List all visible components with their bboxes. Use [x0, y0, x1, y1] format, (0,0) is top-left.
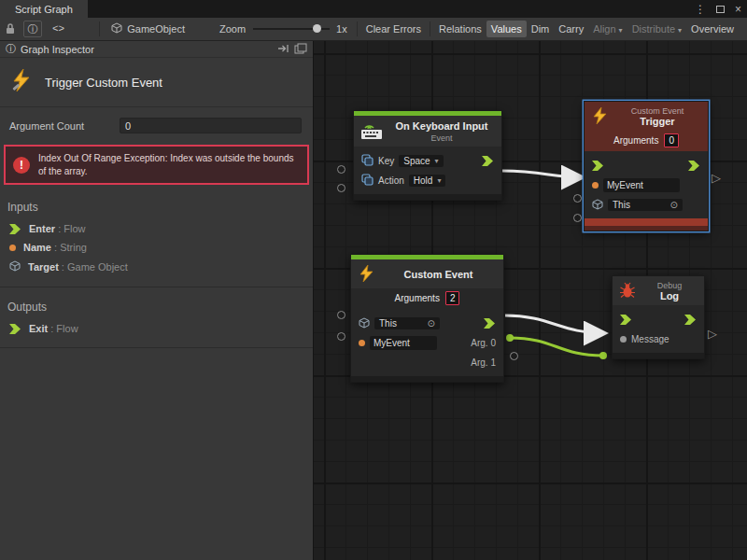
arguments-label: Arguments [395, 293, 440, 303]
pin-enter: Enter : Flow [0, 219, 313, 238]
info-icon: ⓘ [28, 22, 38, 36]
flow-continuation-icon: ▷ [712, 172, 721, 184]
toolbar-separator [357, 21, 358, 36]
unit-title-block: Trigger Custom Event [0, 58, 313, 107]
error-icon: ! [13, 157, 30, 174]
zoom-slider-knob[interactable] [313, 24, 321, 33]
graph-toolbar: ⓘ <> GameObject Zoom 1x Clear Errors Rel… [0, 18, 747, 41]
node-body: This⊙ Arg. 0 Arg. 1 [351, 309, 503, 376]
key-input-port[interactable] [337, 165, 345, 174]
event-target-input-port[interactable] [337, 311, 345, 319]
flow-input-port[interactable] [620, 315, 632, 325]
chevron-down-icon: ▾ [678, 26, 682, 35]
connection-arg0-to-message[interactable] [510, 338, 603, 356]
flow-row [585, 156, 708, 175]
connection-keyboard-to-trigger[interactable] [502, 171, 581, 177]
flow-output-port[interactable] [684, 315, 697, 325]
object-picker-icon[interactable]: ⊙ [670, 200, 678, 210]
node-header-error: Custom Event Trigger [585, 102, 708, 131]
message-label: Message [631, 334, 669, 344]
arguments-count-badge[interactable]: 0 [664, 133, 679, 147]
relations-toggle[interactable]: Relations [434, 21, 486, 37]
node-footer [585, 226, 708, 231]
arguments-count-row: Arguments 0 [585, 131, 708, 151]
chevron-down-icon: ▾ [435, 157, 439, 165]
node-footer [613, 353, 704, 358]
node-trigger-custom-event[interactable]: Custom Event Trigger Arguments 0 [584, 101, 709, 231]
dim-toggle[interactable]: Dim [527, 21, 555, 37]
zoom-value: 1x [336, 23, 347, 35]
flow-output-port[interactable] [482, 156, 494, 166]
close-icon[interactable]: × [735, 3, 741, 16]
node-footer [351, 376, 503, 382]
target-object-field[interactable]: This⊙ [374, 317, 440, 329]
chevron-down-icon: ▾ [619, 26, 623, 35]
pin-name: Name : String [0, 238, 313, 257]
keyboard-event-icon [360, 122, 383, 142]
object-picker-icon[interactable]: ⊙ [428, 318, 435, 329]
maximize-icon[interactable] [716, 6, 725, 13]
event-name-input-port[interactable] [337, 332, 345, 341]
gameobject-target-button[interactable]: GameObject [122, 21, 190, 37]
node-header: On Keyboard Input Event [354, 116, 501, 147]
arg1-row: Arg. 1 [351, 353, 503, 372]
node-custom-event[interactable]: Custom Event Arguments 2 This⊙ Arg. 0 [350, 254, 504, 383]
node-header: Debug Log [613, 276, 704, 305]
arguments-count-row: Arguments 2 [351, 288, 503, 309]
lock-icon[interactable] [5, 22, 16, 36]
action-input-port[interactable] [337, 184, 345, 192]
node-subtitle: Event [388, 133, 495, 143]
flow-output-port[interactable] [484, 318, 496, 329]
error-bar [585, 218, 708, 226]
error-message-text: Index Out Of Range Exception: Index was … [38, 152, 300, 177]
clear-errors-button[interactable]: Clear Errors [361, 21, 426, 37]
graph-canvas[interactable]: On Keyboard Input Event Key Space▾ Actio… [314, 41, 747, 560]
zoom-slider[interactable] [253, 28, 330, 30]
node-body: Message [613, 305, 704, 353]
flow-input-port[interactable] [592, 161, 604, 171]
node-title: Custom Event [380, 269, 497, 280]
panel-dock-icon[interactable] [277, 44, 289, 55]
toolbar-separator [99, 21, 100, 36]
panel-options-icon[interactable] [294, 43, 307, 56]
event-name-input[interactable] [370, 336, 437, 350]
node-body: This⊙ [585, 151, 708, 218]
code-view-icon[interactable]: <> [48, 21, 69, 37]
action-dropdown[interactable]: Hold▾ [409, 175, 446, 187]
graph-inspector-title: Graph Inspector [21, 44, 94, 55]
flow-output-port[interactable] [688, 161, 700, 171]
connection-arguments-to-log[interactable] [505, 315, 603, 333]
trigger-name-input-port[interactable] [573, 194, 582, 203]
target-object-field[interactable]: This⊙ [608, 199, 683, 211]
keycap-icon [361, 174, 374, 188]
node-category: Debug [641, 281, 698, 290]
gameobject-cube-icon [359, 317, 370, 330]
arguments-label: Arguments [613, 135, 658, 146]
event-name-input[interactable] [603, 178, 680, 192]
tab-script-graph[interactable]: Script Graph [0, 0, 88, 18]
key-dropdown[interactable]: Space▾ [399, 155, 443, 167]
argument-count-input[interactable] [120, 118, 302, 133]
distribute-dropdown[interactable]: Distribute▾ [627, 21, 686, 37]
unity-script-graph-window: Script Graph ⋮ × ⓘ <> GameObject Zoom 1x… [0, 0, 747, 560]
trigger-target-input-port[interactable] [573, 214, 582, 222]
node-debug-log[interactable]: Debug Log Message [612, 275, 705, 359]
graph-inspector-panel: ⓘ Graph Inspector Trigger Custom Event A… [0, 41, 314, 560]
arguments-count-badge[interactable]: 2 [445, 291, 460, 305]
carry-toggle[interactable]: Carry [554, 21, 588, 37]
node-category: Custom Event [613, 106, 701, 116]
toolbar-separator [430, 21, 430, 36]
message-row: Message [613, 329, 704, 349]
chevron-down-icon: ▾ [437, 176, 441, 185]
align-dropdown[interactable]: Align▾ [588, 21, 627, 37]
gameobject-icon [111, 22, 122, 35]
overview-button[interactable]: Overview [686, 21, 739, 37]
arg1-output-port[interactable] [510, 352, 518, 360]
node-on-keyboard-input[interactable]: On Keyboard Input Event Key Space▾ Actio… [353, 110, 502, 201]
target-row: This⊙ [585, 195, 708, 215]
node-header: Custom Event [351, 259, 503, 288]
event-name-row: Arg. 0 [351, 333, 503, 353]
values-toggle[interactable]: Values [486, 21, 527, 37]
menu-dots-icon[interactable]: ⋮ [695, 3, 706, 16]
inspector-toggle-button[interactable]: ⓘ [23, 21, 42, 37]
